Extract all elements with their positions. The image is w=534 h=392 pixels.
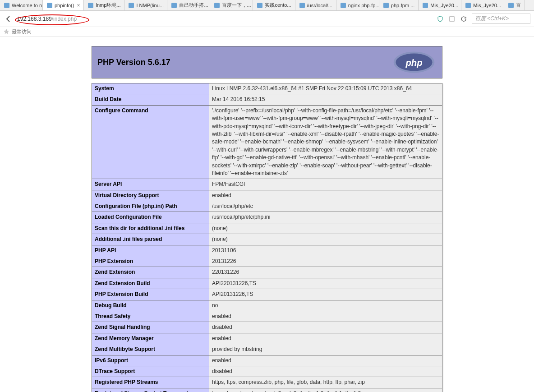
tab-label: LNMP(linu...	[136, 3, 164, 8]
info-value: enabled	[209, 311, 442, 322]
browser-tab[interactable]: 自己动手搭...	[167, 0, 210, 10]
info-value: /usr/local/php/etc/php.ini	[209, 212, 442, 223]
info-value: 220131226	[209, 267, 442, 278]
bookmark-icon[interactable]	[448, 15, 456, 23]
back-button[interactable]	[4, 14, 14, 24]
svg-rect-1	[47, 3, 52, 8]
browser-tab[interactable]: 百	[504, 0, 525, 10]
phpinfo-header: PHP Version 5.6.17 php	[92, 46, 442, 78]
table-row: Zend Signal Handlingdisabled	[92, 322, 442, 333]
browser-tab[interactable]: phpinfo()×	[43, 0, 84, 10]
browser-tabs: Welcome to n...phpinfo()×lnmp环境...LNMP(l…	[0, 0, 534, 11]
table-row: Registered PHP Streamshttps, ftps, compr…	[92, 377, 442, 388]
info-value: tcp, udp, unix, udg, ssl, sslv3, sslv2, …	[209, 388, 442, 392]
info-value: API220131226,TS	[209, 278, 442, 289]
address-bar: 192.168.3.189/index.php 百度 <Ctrl+K>	[0, 11, 534, 27]
browser-tab[interactable]: Mis_Jye20...	[461, 0, 504, 10]
close-icon[interactable]: ×	[77, 2, 80, 9]
svg-rect-9	[383, 3, 389, 8]
phpinfo-table: SystemLinux LNMP 2.6.32-431.el6.x86_64 #…	[92, 83, 442, 392]
svg-rect-6	[257, 3, 262, 8]
browser-tab[interactable]: Welcome to n...	[0, 0, 43, 10]
info-key: IPv6 Support	[92, 355, 209, 366]
tab-favicon	[340, 2, 346, 9]
table-row: Configuration File (php.ini) Path/usr/lo…	[92, 201, 442, 212]
browser-tab[interactable]: 百度一下，...	[210, 0, 253, 10]
browser-tab[interactable]: nginx php-fp...	[336, 0, 379, 10]
table-row: Configure Command'./configure' '--prefix…	[92, 105, 442, 179]
tab-label: 自己动手搭...	[179, 2, 208, 9]
info-key: Server API	[92, 179, 209, 190]
tab-favicon	[46, 2, 53, 9]
svg-marker-14	[4, 29, 9, 34]
table-row: Thread Safetyenabled	[92, 311, 442, 322]
svg-rect-13	[450, 17, 454, 21]
table-row: Virtual Directory Supportenabled	[92, 190, 442, 201]
info-value: /usr/local/php/etc	[209, 201, 442, 212]
info-key: PHP API	[92, 245, 209, 256]
star-icon	[4, 29, 10, 35]
tab-favicon	[214, 2, 220, 9]
reload-icon[interactable]	[460, 15, 467, 23]
browser-tab[interactable]: /usr/local/...	[295, 0, 336, 10]
tab-label: Mis_Jye20...	[473, 3, 501, 8]
info-key: Zend Multibyte Support	[92, 344, 209, 355]
tab-label: 实践cento...	[265, 2, 291, 9]
browser-tab[interactable]: Mis_Jye20...	[419, 0, 461, 10]
url-path: /index.php	[52, 16, 77, 22]
svg-rect-0	[4, 3, 9, 8]
svg-rect-7	[299, 3, 305, 8]
tab-favicon	[171, 2, 177, 9]
info-value: Linux LNMP 2.6.32-431.el6.x86_64 #1 SMP …	[209, 83, 442, 94]
info-key: Additional .ini files parsed	[92, 234, 209, 245]
table-row: Zend Multibyte Supportprovided by mbstri…	[92, 344, 442, 355]
bookmark-bar: 最常访问	[0, 27, 534, 37]
table-row: IPv6 Supportenabled	[92, 355, 442, 366]
svg-rect-2	[88, 3, 93, 8]
tab-favicon	[257, 2, 263, 9]
svg-rect-11	[465, 3, 471, 8]
browser-tab[interactable]: lnmp环境...	[84, 0, 124, 10]
info-key: Configuration File (php.ini) Path	[92, 201, 209, 212]
table-row: PHP Extension20131226	[92, 256, 442, 267]
php-version-title: PHP Version 5.6.17	[97, 58, 170, 67]
tab-favicon	[128, 2, 134, 9]
tab-label: Mis_Jye20...	[430, 3, 458, 8]
tab-label: 百度一下，...	[222, 2, 251, 9]
tab-label: Welcome to n...	[12, 3, 43, 8]
info-key: Scan this dir for additional .ini files	[92, 223, 209, 234]
info-value: disabled	[209, 366, 442, 377]
info-value: API20131226,TS	[209, 289, 442, 300]
bookmark-label[interactable]: 最常访问	[12, 28, 32, 35]
browser-tab[interactable]: 实践cento...	[253, 0, 295, 10]
info-key: Loaded Configuration File	[92, 212, 209, 223]
info-value: https, ftps, compress.zlib, php, file, g…	[209, 377, 442, 388]
browser-tab[interactable]: php-fpm ...	[379, 0, 419, 10]
browser-tab[interactable]: LNMP(linu...	[124, 0, 167, 10]
info-value: enabled	[209, 333, 442, 344]
shield-icon[interactable]	[437, 15, 444, 23]
svg-text:php: php	[405, 58, 422, 68]
tab-favicon	[422, 2, 428, 9]
info-key: Virtual Directory Support	[92, 190, 209, 201]
info-key: Debug Build	[92, 300, 209, 311]
info-value: './configure' '--prefix=/usr/local/php' …	[209, 105, 442, 179]
info-value: (none)	[209, 234, 442, 245]
table-row: Registered Stream Socket Transportstcp, …	[92, 388, 442, 392]
info-key: Zend Memory Manager	[92, 333, 209, 344]
tab-label: /usr/local/...	[307, 3, 332, 8]
info-key: Registered PHP Streams	[92, 377, 209, 388]
info-key: Build Date	[92, 94, 209, 105]
info-value: (none)	[209, 223, 442, 234]
phpinfo-container: PHP Version 5.6.17 php SystemLinux LNMP …	[92, 46, 442, 392]
search-input[interactable]: 百度 <Ctrl+K>	[472, 14, 530, 24]
table-row: Zend Memory Managerenabled	[92, 333, 442, 344]
svg-rect-8	[341, 3, 346, 8]
info-value: Mar 14 2016 16:52:15	[209, 94, 442, 105]
table-row: Scan this dir for additional .ini files(…	[92, 223, 442, 234]
tab-favicon	[87, 2, 94, 9]
table-row: SystemLinux LNMP 2.6.32-431.el6.x86_64 #…	[92, 83, 442, 94]
svg-rect-3	[129, 3, 134, 8]
table-row: Loaded Configuration File/usr/local/php/…	[92, 212, 442, 223]
url-display[interactable]: 192.168.3.189/index.php	[17, 16, 77, 22]
